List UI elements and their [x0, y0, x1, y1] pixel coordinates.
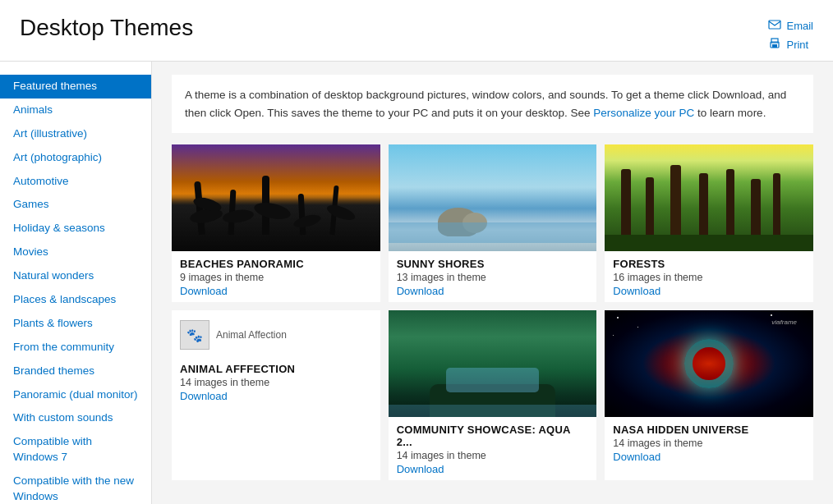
- theme-title-beaches: BEACHES PANORAMIC: [180, 258, 372, 270]
- print-icon: [768, 37, 781, 53]
- theme-title-animal: ANIMAL AFFFECTION: [180, 363, 372, 375]
- email-label: Email: [786, 20, 813, 32]
- theme-title-community: COMMUNITY SHOWCASE: AQUA 2...: [397, 424, 589, 448]
- intro-text-after: to learn more.: [694, 107, 766, 119]
- theme-card-nasa: viaframe NASA HIDDEN UNIVERSE 14 images …: [605, 310, 813, 480]
- sidebar-item-compatible-new-windows[interactable]: Compatible with the new Windows: [0, 470, 151, 504]
- animal-thumbnail: 🐾: [180, 320, 209, 350]
- intro-paragraph: A theme is a combination of desktop back…: [172, 75, 813, 133]
- download-sunny[interactable]: Download: [397, 285, 444, 297]
- theme-card-community: COMMUNITY SHOWCASE: AQUA 2... 14 images …: [389, 310, 597, 480]
- theme-card-beaches: BEACHES PANORAMIC 9 images in theme Down…: [172, 144, 380, 302]
- theme-count-sunny: 13 images in theme: [397, 272, 589, 283]
- theme-card-animal: 🐾 Animal Affection ANIMAL AFFFECTION 14 …: [172, 310, 380, 480]
- theme-card-info-forests: FORESTS 16 images in theme Download: [605, 251, 813, 302]
- theme-title-nasa: NASA HIDDEN UNIVERSE: [613, 424, 805, 436]
- personalize-link[interactable]: Personalize your PC: [593, 107, 694, 119]
- theme-count-animal: 14 images in theme: [180, 377, 372, 388]
- sidebar-item-art-illustrative[interactable]: Art (illustrative): [0, 122, 151, 146]
- sidebar-item-movies[interactable]: Movies: [0, 241, 151, 264]
- download-forests[interactable]: Download: [613, 285, 660, 297]
- theme-title-sunny: SUNNY SHORES: [397, 258, 589, 270]
- print-label: Print: [786, 39, 808, 51]
- theme-card-info-beaches: BEACHES PANORAMIC 9 images in theme Down…: [172, 251, 380, 302]
- animal-sublabel: Animal Affection: [216, 329, 287, 341]
- theme-card-sunny: SUNNY SHORES 13 images in theme Download: [389, 144, 597, 302]
- email-icon: [768, 18, 781, 34]
- sidebar-item-games[interactable]: Games: [0, 193, 151, 217]
- main-layout: Featured themes Animals Art (illustrativ…: [0, 62, 833, 504]
- theme-image-community: [389, 310, 597, 417]
- content-area: A theme is a combination of desktop back…: [152, 62, 833, 504]
- sidebar-item-from-community[interactable]: From the community: [0, 336, 151, 360]
- sidebar-item-featured-themes[interactable]: Featured themes: [0, 75, 151, 99]
- theme-count-community: 14 images in theme: [397, 450, 589, 461]
- sidebar-item-panoramic[interactable]: Panoramic (dual monitor): [0, 383, 151, 407]
- download-animal[interactable]: Download: [180, 390, 228, 402]
- sidebar: Featured themes Animals Art (illustrativ…: [0, 62, 152, 504]
- sidebar-item-places-landscapes[interactable]: Places & landscapes: [0, 288, 151, 312]
- theme-image-nasa: viaframe: [605, 310, 813, 417]
- theme-count-beaches: 9 images in theme: [180, 272, 372, 283]
- animal-thumb-icon: 🐾: [186, 328, 203, 343]
- theme-title-forests: FORESTS: [613, 258, 805, 270]
- sidebar-item-automotive[interactable]: Automotive: [0, 170, 151, 194]
- sidebar-item-branded-themes[interactable]: Branded themes: [0, 360, 151, 383]
- sidebar-item-plants-flowers[interactable]: Plants & flowers: [0, 312, 151, 336]
- page-title: Desktop Themes: [20, 15, 193, 41]
- download-nasa[interactable]: Download: [613, 451, 660, 463]
- animal-card-header: 🐾 Animal Affection: [172, 310, 380, 356]
- email-action[interactable]: Email: [768, 18, 813, 34]
- svg-rect-3: [772, 44, 777, 48]
- sidebar-item-natural-wonders[interactable]: Natural wonders: [0, 264, 151, 288]
- theme-image-forests: [605, 144, 813, 251]
- theme-count-nasa: 14 images in theme: [613, 438, 805, 449]
- theme-card-info-community: COMMUNITY SHOWCASE: AQUA 2... 14 images …: [389, 417, 597, 480]
- sidebar-item-custom-sounds[interactable]: With custom sounds: [0, 406, 151, 430]
- download-beaches[interactable]: Download: [180, 285, 228, 297]
- sidebar-item-compatible-win7[interactable]: Compatible with Windows 7: [0, 430, 151, 470]
- header-actions: Email Print: [768, 18, 813, 53]
- header: Desktop Themes Email: [0, 0, 833, 62]
- theme-card-info-nasa: NASA HIDDEN UNIVERSE 14 images in theme …: [605, 417, 813, 468]
- theme-card-forests: FORESTS 16 images in theme Download: [605, 144, 813, 302]
- sidebar-item-holiday-seasons[interactable]: Holiday & seasons: [0, 217, 151, 241]
- theme-count-forests: 16 images in theme: [613, 272, 805, 283]
- theme-card-info-animal: ANIMAL AFFFECTION 14 images in theme Dow…: [172, 356, 380, 407]
- print-action[interactable]: Print: [768, 37, 813, 53]
- svg-rect-0: [769, 21, 780, 29]
- theme-card-info-sunny: SUNNY SHORES 13 images in theme Download: [389, 251, 597, 302]
- theme-grid: BEACHES PANORAMIC 9 images in theme Down…: [172, 144, 813, 480]
- download-community[interactable]: Download: [397, 463, 444, 475]
- theme-image-beaches: [172, 144, 380, 251]
- sidebar-item-animals[interactable]: Animals: [0, 99, 151, 122]
- theme-image-sunny: [389, 144, 597, 251]
- sidebar-item-art-photographic[interactable]: Art (photographic): [0, 146, 151, 170]
- page-wrapper: Desktop Themes Email: [0, 0, 833, 504]
